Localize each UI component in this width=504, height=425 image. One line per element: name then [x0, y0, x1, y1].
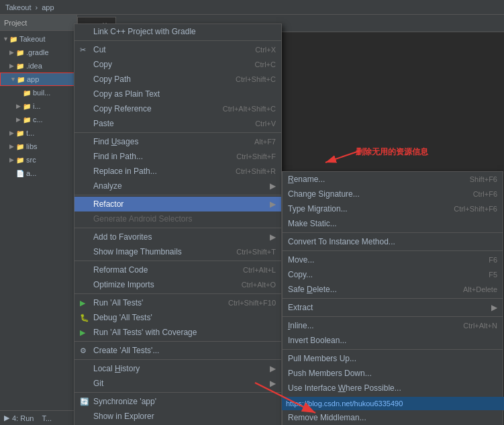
refactor-rename[interactable]: Rename... Shift+F6: [283, 172, 503, 187]
sync-icon: 🔄: [80, 397, 91, 406]
tree-item-i[interactable]: ▶ 📁 i...: [0, 99, 77, 113]
menu-item-refactor[interactable]: Refactor ▶: [74, 197, 281, 211]
separator-9: [74, 392, 281, 393]
menu-item-git[interactable]: Git ▶: [74, 376, 281, 391]
menu-item-reformat[interactable]: Reformat Code Ctrl+Alt+L: [74, 263, 281, 277]
refactor-sep-4: [283, 316, 503, 317]
refactor-copy[interactable]: Copy... F5: [283, 267, 503, 282]
menu-item-synchronize[interactable]: 🔄 Synchronize 'app': [74, 394, 281, 409]
refactor-inline[interactable]: Inline... Ctrl+Alt+N: [283, 318, 503, 333]
menu-item-find-path[interactable]: Find in Path... Ctrl+Shift+F: [74, 149, 281, 164]
separator-2: [74, 132, 281, 133]
menu-item-link-cpp[interactable]: Link C++ Project with Gradle: [74, 24, 281, 39]
top-bar-takeout: Takeout: [5, 3, 32, 11]
tree-item-a[interactable]: 📄 a...: [0, 167, 77, 180]
tree-item-src[interactable]: ▶ 📁 src: [0, 153, 77, 167]
menu-item-run-tests[interactable]: ▶ Run 'All Tests' Ctrl+Shift+F10: [74, 295, 281, 310]
separator-1: [74, 40, 281, 41]
refactor-submenu: Rename... Shift+F6 Change Signature... C…: [282, 171, 503, 425]
cut-icon: ✂: [80, 46, 91, 54]
menu-item-run-coverage[interactable]: ▶ Run 'All Tests' with Coverage: [74, 325, 281, 340]
create-tests-icon: ⚙: [80, 346, 91, 355]
separator-3: [74, 195, 281, 195]
tree-item-takeout[interactable]: ▼ 📁 Takeout: [0, 32, 77, 46]
url-bar: https://blog.csdn.net/hukou6335490: [282, 397, 504, 410]
refactor-invert-boolean[interactable]: Invert Boolean...: [283, 333, 503, 348]
refactor-sep-1: [283, 232, 503, 233]
tree-item-gradle[interactable]: ▶ 📁 .gradle: [0, 46, 77, 59]
run-icon: ▶: [4, 414, 9, 422]
url-text: https://blog.csdn.net/hukou6335490: [286, 399, 403, 408]
menu-item-android-selectors: Generate Android Selectors: [74, 211, 281, 226]
tree-item-libs[interactable]: ▶ 📁 libs: [0, 140, 77, 153]
menu-item-copy-reference[interactable]: Copy Reference Ctrl+Alt+Shift+C: [74, 101, 281, 116]
refactor-safe-delete[interactable]: Safe Delete... Alt+Delete: [283, 282, 503, 297]
extract-submenu-arrow: ▶: [491, 303, 497, 312]
top-bar-app: app: [42, 3, 54, 11]
refactor-remove-middleman[interactable]: Remove Middleman...: [283, 410, 503, 425]
separator-4: [74, 228, 281, 228]
run-tests-icon: ▶: [80, 299, 91, 308]
separator-7: [74, 341, 281, 342]
git-submenu-arrow: ▶: [270, 379, 276, 388]
refactor-change-signature[interactable]: Change Signature... Ctrl+F6: [283, 187, 503, 201]
refactor-sep-2: [283, 250, 503, 251]
menu-item-optimize[interactable]: Optimize Imports Ctrl+Alt+O: [74, 277, 281, 292]
refactor-sep-3: [283, 298, 503, 299]
bottom-t-item[interactable]: T...: [42, 414, 52, 422]
menu-item-analyze[interactable]: Analyze ▶: [74, 179, 281, 193]
refactor-move[interactable]: Move... F6: [283, 252, 503, 267]
menu-item-copy[interactable]: Copy Ctrl+C: [74, 57, 281, 72]
tree-item-app[interactable]: ▼ 📁 app: [0, 73, 77, 86]
menu-item-replace-path[interactable]: Replace in Path... Ctrl+Shift+R: [74, 164, 281, 179]
project-tree: ▼ 📁 Takeout ▶ 📁 .gradle ▶ 📁 .idea ▼ 📁 ap…: [0, 31, 77, 181]
refactor-type-migration[interactable]: Type Migration... Ctrl+Shift+F6: [283, 201, 503, 216]
tree-item-t[interactable]: ▶ 📁 t...: [0, 126, 77, 140]
menu-item-show-thumbnails[interactable]: Show Image Thumbnails Ctrl+Shift+T: [74, 244, 281, 259]
coverage-icon: ▶: [80, 328, 91, 337]
menu-item-paste[interactable]: Paste Ctrl+V: [74, 116, 281, 131]
project-panel-header: Project: [0, 15, 77, 31]
debug-icon: 🐛: [80, 314, 91, 322]
tree-item-c[interactable]: ▶ 📁 c...: [0, 113, 77, 126]
separator-5: [74, 261, 281, 261]
menu-item-copy-plain-text[interactable]: Copy as Plain Text: [74, 87, 281, 101]
top-bar: Takeout › app: [0, 0, 504, 15]
menu-item-show-explorer[interactable]: Show in Explorer: [74, 409, 281, 424]
separator-8: [74, 359, 281, 360]
menu-item-copy-path[interactable]: Copy Path Ctrl+Shift+C: [74, 72, 281, 87]
project-panel: Project ▼ 📁 Takeout ▶ 📁 .gradle ▶ 📁 .ide…: [0, 15, 77, 425]
separator-6: [74, 293, 281, 294]
menu-item-create-tests[interactable]: ⚙ Create 'All Tests'...: [74, 343, 281, 358]
menu-item-cut[interactable]: ✂ Cut Ctrl+X: [74, 42, 281, 57]
refactor-push-down[interactable]: Push Members Down...: [283, 366, 503, 381]
menu-item-debug-tests[interactable]: 🐛 Debug 'All Tests': [74, 310, 281, 325]
refactor-extract[interactable]: Extract ▶: [283, 300, 503, 315]
tree-item-idea[interactable]: ▶ 📁 .idea: [0, 59, 77, 73]
main-context-menu: Link C++ Project with Gradle ✂ Cut Ctrl+…: [74, 23, 282, 425]
history-submenu-arrow: ▶: [270, 364, 276, 373]
refactor-sep-5: [283, 349, 503, 350]
favorites-submenu-arrow: ▶: [270, 232, 276, 242]
refactor-convert-instance[interactable]: Convert To Instance Method...: [283, 234, 503, 249]
analyze-submenu-arrow: ▶: [270, 181, 276, 191]
refactor-submenu-arrow: ▶: [270, 199, 276, 209]
bottom-run-item[interactable]: ▶ 4: Run: [4, 414, 34, 422]
menu-item-find-usages[interactable]: Find Usages Alt+F7: [74, 134, 281, 149]
tree-item-build[interactable]: 📁 buil...: [0, 86, 77, 99]
refactor-pull-up[interactable]: Pull Members Up...: [283, 351, 503, 366]
refactor-use-interface[interactable]: Use Interface Where Possible...: [283, 381, 503, 395]
refactor-make-static[interactable]: Make Static...: [283, 216, 503, 231]
menu-item-add-favorites[interactable]: Add to Favorites ▶: [74, 230, 281, 244]
menu-item-local-history[interactable]: Local History ▶: [74, 361, 281, 376]
